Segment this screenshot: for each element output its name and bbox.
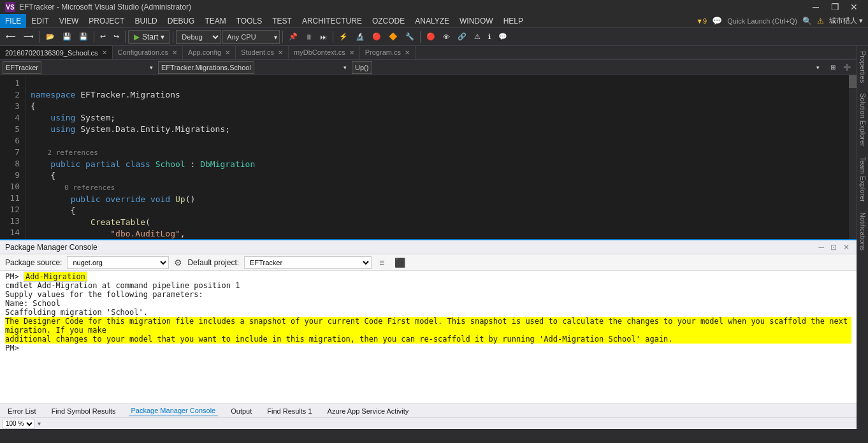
cpu-select[interactable]: Any CPU x86 x64 [222, 30, 280, 44]
notification-icon[interactable]: ▼9 [696, 17, 707, 25]
menu-tools[interactable]: TOOLS [231, 14, 267, 28]
menu-window[interactable]: WINDOW [454, 14, 498, 28]
toolbar-redo-btn[interactable]: ↪ [110, 30, 122, 44]
class-nav-dropdown[interactable]: EFTracker [3, 61, 41, 74]
menu-debug[interactable]: DEBUG [163, 14, 200, 28]
pmc-minimize-btn[interactable]: ─ [816, 243, 826, 252]
tab-close-icon[interactable]: ✕ [349, 49, 354, 56]
method-nav-dropdown[interactable]: Up() [352, 61, 372, 74]
sidebar-team-explorer[interactable]: Team Explorer [857, 152, 868, 207]
menu-analyze[interactable]: ANALYZE [410, 14, 454, 28]
tab-close-icon[interactable]: ✕ [102, 49, 107, 56]
toolbar-watch-btn[interactable]: 👁 [440, 30, 453, 44]
title-bar: VS EFTracker - Microsoft Visual Studio (… [0, 0, 868, 14]
pmc-dock-btn[interactable]: ⊡ [828, 243, 839, 252]
tab-label: Program.cs [365, 48, 401, 56]
toolbar-err-btn[interactable]: ⚠ [471, 30, 484, 44]
tab-close-icon[interactable]: ✕ [172, 49, 177, 56]
toolbar-info-btn[interactable]: ℹ [485, 30, 494, 44]
toolbar-sep3 [125, 31, 126, 43]
tab-program-cs[interactable]: Program.cs ✕ [360, 46, 416, 59]
pmc-source-select[interactable]: nuget.org [67, 256, 169, 269]
code-editor[interactable]: namespace EFTracker.Migrations { using S… [25, 75, 849, 239]
tab-configuration-cs[interactable]: Configuration.cs ✕ [113, 46, 184, 59]
pmc-content[interactable]: PM> Add-Migration cmdlet Add-Migration a… [0, 271, 857, 403]
search-icon[interactable]: 🔍 [802, 17, 812, 25]
toolbar-attach-btn[interactable]: 📌 [286, 30, 301, 44]
menu-project[interactable]: PROJECT [83, 14, 129, 28]
menu-ozcode[interactable]: OZCODE [367, 14, 410, 28]
collapse-btn[interactable]: ➕ [840, 61, 854, 75]
toolbar-sep6 [333, 31, 333, 43]
close-button[interactable]: ✕ [845, 0, 863, 14]
menu-team[interactable]: TEAM [199, 14, 231, 28]
debug-config-select[interactable]: Debug Release [176, 30, 221, 44]
pmc-title-bar: Package Manager Console ─ ⊡ ✕ [0, 240, 857, 254]
sidebar-notifications[interactable]: Notifications [857, 207, 868, 256]
toolbar-open-btn[interactable]: 📂 [43, 30, 58, 44]
pmc-line-5: Scaffolding migration 'School'. [5, 308, 851, 317]
tab-close-icon[interactable]: ✕ [225, 49, 230, 56]
pmc-source-label: Package source: [5, 258, 62, 267]
tab-mydbcontext-cs[interactable]: myDbContext.cs ✕ [289, 46, 360, 59]
tab-school-cs[interactable]: 201607020136309_School.cs ✕ [0, 46, 113, 59]
pmc-settings-icon[interactable]: ⚙ [174, 258, 182, 268]
pmc-warning-line: The Designer Code for this migration fil… [5, 317, 851, 344]
toolbar-ext2-btn[interactable]: 🔶 [386, 30, 401, 44]
tab-close-icon[interactable]: ✕ [405, 49, 410, 56]
menu-build[interactable]: BUILD [129, 14, 162, 28]
pmc-project-select[interactable]: EFTracker [244, 256, 372, 269]
toolbar-pause-btn[interactable]: ⏸ [302, 30, 315, 44]
toolbar-perf-btn[interactable]: ⚡ [336, 30, 351, 44]
user-label[interactable]: 城市猎人 ▾ [829, 16, 863, 25]
pmc-clear-btn[interactable]: ≡ [377, 258, 387, 268]
tab-app-config[interactable]: App.config ✕ [183, 46, 236, 59]
tab-student-cs[interactable]: Student.cs ✕ [236, 46, 289, 59]
start-button[interactable]: ▶ Start ▾ [128, 30, 170, 44]
menu-file[interactable]: FILE [0, 14, 26, 28]
pmc-stop-btn[interactable]: ⬛ [392, 258, 408, 268]
sidebar-solution-explorer[interactable]: Solution Explorer [857, 88, 868, 152]
bottom-tab-pmc[interactable]: Package Manager Console [129, 405, 219, 416]
toolbar-undo-btn[interactable]: ↩ [97, 30, 109, 44]
restore-button[interactable]: ❐ [826, 0, 844, 14]
toolbar-diag-btn[interactable]: 🔬 [352, 30, 368, 44]
menu-test[interactable]: TEST [267, 14, 297, 28]
toolbar-sep4 [173, 31, 173, 43]
pmc-close-btn[interactable]: ✕ [841, 243, 851, 252]
namespace-nav-dropdown[interactable]: EFTracker.Migrations.School [158, 61, 254, 74]
bottom-tab-error-list[interactable]: Error List [5, 406, 39, 416]
tabs-bar: 201607020136309_School.cs ✕ Configuratio… [0, 46, 857, 60]
toolbar-thread-btn[interactable]: 🔗 [454, 30, 470, 44]
zoom-select[interactable]: 100 % [3, 419, 35, 429]
speech-bubble-icon[interactable]: 💬 [712, 16, 722, 25]
toolbar-back-btn[interactable]: ⟵ [3, 30, 19, 44]
method-nav-wrapper: Up() [352, 61, 822, 74]
toolbar-saveall-btn[interactable]: 💾 [76, 30, 91, 44]
expand-all-btn[interactable]: ⊞ [827, 61, 839, 75]
menu-view[interactable]: VIEW [54, 14, 84, 28]
toolbar-ext3-btn[interactable]: 🔧 [402, 30, 417, 44]
toolbar-fwd-btn[interactable]: ⟶ [20, 30, 37, 44]
tab-close-icon[interactable]: ✕ [278, 49, 283, 56]
toolbar-ext1-btn[interactable]: 🔴 [369, 30, 384, 44]
bottom-tab-azure[interactable]: Azure App Service Activity [325, 406, 412, 416]
menu-edit[interactable]: EDIT [26, 14, 54, 28]
scrollbar-thumb[interactable] [849, 75, 857, 88]
start-dropdown-arrow[interactable]: ▾ [161, 33, 164, 41]
bottom-tab-output[interactable]: Output [228, 406, 254, 416]
sidebar-properties[interactable]: Properties [857, 46, 868, 88]
bottom-tab-find-symbol[interactable]: Find Symbol Results [49, 406, 119, 416]
toolbar-bkpt-btn[interactable]: 🔴 [423, 30, 438, 44]
menu-architecture[interactable]: ARCHITECTURE [297, 14, 367, 28]
warning-icon: ⚠ [817, 17, 824, 25]
toolbar-step-btn[interactable]: ⏭ [317, 30, 330, 44]
menu-help[interactable]: HELP [498, 14, 528, 28]
pmc-title-buttons: ─ ⊡ ✕ [816, 243, 851, 252]
toolbar-save-btn[interactable]: 💾 [59, 30, 75, 44]
minimize-button[interactable]: ─ [807, 0, 825, 14]
toolbar-chat-btn[interactable]: 💬 [495, 30, 510, 44]
toolbar-sep1 [40, 31, 40, 43]
vertical-scrollbar[interactable] [849, 75, 857, 239]
bottom-tab-find-results[interactable]: Find Results 1 [264, 406, 314, 416]
